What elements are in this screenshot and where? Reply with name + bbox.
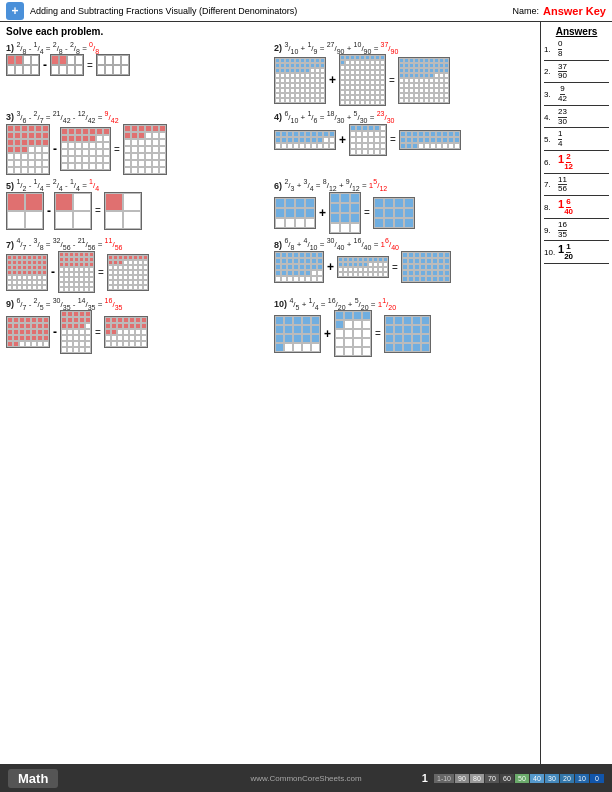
problem-6-equation: 6) 2/3 + 3/4 = 8/12 + 9/12 = 15/12 (274, 179, 534, 192)
problem-5-visual: - = (6, 192, 266, 230)
answer-1-frac: 0 8 (558, 40, 562, 59)
problem-2: 2) 3/10 + 1/9 = 27/90 + 10/90 = 37/90 (274, 41, 534, 106)
problem-4-visual: + = (274, 124, 534, 156)
answer-7: 7. 11 56 (544, 176, 609, 197)
problem-7-visual: - = (6, 251, 266, 293)
problem-7-equation: 7) 4/7 - 3/8 = 32/56 - 21/56 = 11/56 (6, 238, 266, 251)
answer-10: 10. 1 1 20 (544, 243, 609, 264)
answer-3-frac: 9 42 (558, 85, 567, 104)
problem-10-equation: 10) 4/5 + 1/4 = 16/20 + 5/20 = 11/20 (274, 297, 534, 310)
score-boxes: 1-10 90 80 70 60 50 40 30 20 10 0 (434, 774, 604, 783)
problem-3-visual: - = (6, 124, 266, 175)
problem-3: 3) 3/6 - 2/7 = 21/42 - 12/42 = 9/42 (6, 110, 266, 174)
score-80: 80 (470, 774, 484, 783)
footer: Math www.CommonCoreSheets.com 1 1-10 90 … (0, 764, 612, 792)
score-30: 30 (545, 774, 559, 783)
answer-6-frac: 1 2 12 (558, 153, 573, 172)
answer-10-frac: 1 1 20 (558, 243, 573, 262)
header: + Adding and Subtracting Fractions Visua… (0, 0, 612, 22)
answer-2-frac: 37 90 (558, 63, 567, 82)
answer-7-frac: 11 56 (558, 176, 567, 195)
answer-2: 2. 37 90 (544, 63, 609, 84)
problem-9-visual: - = (6, 310, 266, 354)
problem-4: 4) 6/10 + 1/6 = 18/30 + 5/30 = 23/30 (274, 110, 534, 174)
answer-4-frac: 23 30 (558, 108, 567, 127)
answer-key-label: Answer Key (543, 5, 606, 17)
problems-grid: 1) 2/8 - 1/4 = 2/8 - 2/8 = 0/8 (6, 41, 534, 357)
problem-9-equation: 9) 6/7 - 2/5 = 30/35 - 14/35 = 16/35 (6, 297, 266, 310)
score-70: 70 (485, 774, 499, 783)
problem-1-visual: - = (6, 54, 266, 76)
answer-5-frac: 1 4 (558, 130, 562, 149)
instruction: Solve each problem. (6, 26, 534, 37)
answer-6: 6. 1 2 12 (544, 153, 609, 174)
problem-5-equation: 5) 1/2 - 1/4 = 2/4 - 1/4 = 1/4 (6, 179, 266, 192)
problem-9: 9) 6/7 - 2/5 = 30/35 - 14/35 = 16/35 (6, 297, 266, 357)
score-label-range: 1-10 (434, 774, 454, 783)
problem-4-equation: 4) 6/10 + 1/6 = 18/30 + 5/30 = 23/30 (274, 110, 534, 123)
score-20: 20 (560, 774, 574, 783)
answer-1: 1. 0 8 (544, 40, 609, 61)
answer-8: 8. 1 6 40 (544, 198, 609, 219)
problem-1-equation: 1) 2/8 - 1/4 = 2/8 - 2/8 = 0/8 (6, 41, 266, 54)
problem-2-equation: 2) 3/10 + 1/9 = 27/90 + 10/90 = 37/90 (274, 41, 534, 54)
math-label: Math (8, 769, 58, 788)
score-90: 90 (455, 774, 469, 783)
logo: + (6, 2, 24, 20)
answer-4: 4. 23 30 (544, 108, 609, 129)
problem-2-visual: + = (274, 54, 534, 106)
problem-10-visual: + = (274, 310, 534, 357)
answer-9-frac: 16 35 (558, 221, 567, 240)
footer-url: www.CommonCoreSheets.com (250, 774, 361, 783)
problem-3-equation: 3) 3/6 - 2/7 = 21/42 - 12/42 = 9/42 (6, 110, 266, 123)
problem-8: 8) 6/8 + 4/10 = 30/40 + 16/40 = 16/40 (274, 238, 534, 293)
main-content: Solve each problem. 1) 2/8 - 1/4 = 2/8 -… (0, 22, 612, 764)
answer-9: 9. 16 35 (544, 221, 609, 242)
answer-1-num: 1. (544, 45, 558, 54)
problem-1: 1) 2/8 - 1/4 = 2/8 - 2/8 = 0/8 (6, 41, 266, 106)
score-50: 50 (515, 774, 529, 783)
answers-title: Answers (544, 26, 609, 37)
worksheet-title: Adding and Subtracting Fractions Visuall… (30, 6, 513, 16)
problem-6: 6) 2/3 + 3/4 = 8/12 + 9/12 = 15/12 (274, 179, 534, 234)
problem-8-visual: + = (274, 251, 534, 283)
answer-5: 5. 1 4 (544, 130, 609, 151)
answer-8-frac: 1 6 40 (558, 198, 573, 217)
score-0: 0 (590, 774, 604, 783)
page-number: 1 (422, 772, 428, 784)
problem-8-equation: 8) 6/8 + 4/10 = 30/40 + 16/40 = 16/40 (274, 238, 534, 251)
answer-3: 3. 9 42 (544, 85, 609, 106)
score-10: 10 (575, 774, 589, 783)
problem-7: 7) 4/7 - 3/8 = 32/56 - 21/56 = 11/56 (6, 238, 266, 293)
op-1: - (43, 58, 47, 72)
score-60: 60 (500, 774, 514, 783)
name-label: Name: (513, 6, 540, 16)
problem-10: 10) 4/5 + 1/4 = 16/20 + 5/20 = 11/20 (274, 297, 534, 357)
problem-5: 5) 1/2 - 1/4 = 2/4 - 1/4 = 1/4 - (6, 179, 266, 234)
problem-6-visual: + = (274, 192, 534, 234)
score-40: 40 (530, 774, 544, 783)
problems-area: Solve each problem. 1) 2/8 - 1/4 = 2/8 -… (0, 22, 540, 764)
answers-panel: Answers 1. 0 8 2. 37 90 3. 9 42 (540, 22, 612, 764)
